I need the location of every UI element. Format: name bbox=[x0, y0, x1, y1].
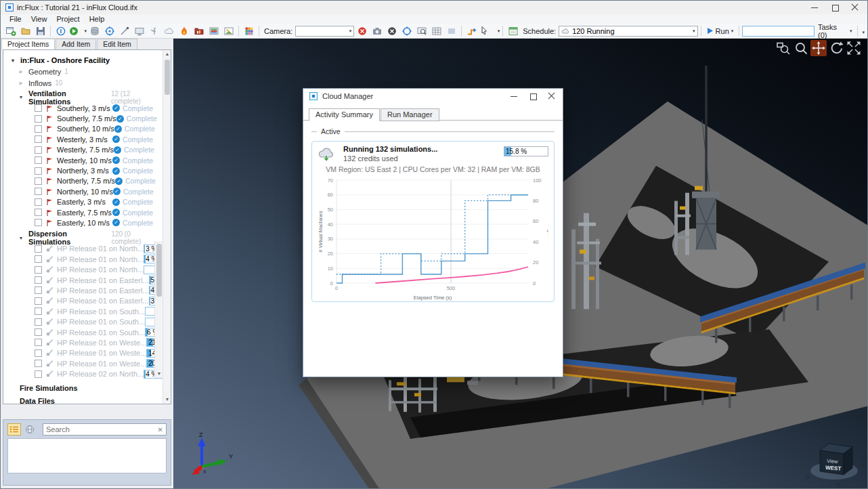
item-checkbox[interactable] bbox=[35, 115, 42, 123]
menu-project[interactable]: Project bbox=[51, 14, 84, 24]
scroll-up-icon[interactable]: ▲ bbox=[163, 50, 171, 58]
item-checkbox[interactable] bbox=[35, 370, 42, 378]
viewport-3d[interactable]: Z Y X View WEST S E N Cloud Manage bbox=[173, 39, 867, 488]
item-checkbox[interactable] bbox=[35, 188, 42, 195]
select-cursor-icon[interactable]: ▾ bbox=[479, 24, 500, 38]
turbine-icon[interactable] bbox=[147, 24, 161, 38]
scroll-down-icon[interactable]: ▼ bbox=[163, 396, 171, 404]
item-checkbox[interactable] bbox=[35, 297, 42, 305]
toolbar-overflow-icon[interactable]: ▾ bbox=[862, 30, 865, 35]
item-checkbox[interactable] bbox=[35, 328, 42, 336]
view-cube[interactable]: View WEST S E N bbox=[802, 426, 867, 488]
maximize-icon[interactable] bbox=[529, 92, 537, 100]
schedule-combobox[interactable]: 120 Running ▾ bbox=[559, 26, 697, 37]
palette-icon[interactable] bbox=[242, 24, 256, 38]
tree-root[interactable]: ▾ in:Flux - Onshore Facility bbox=[3, 55, 171, 66]
tree-item-dispersion[interactable]: HP Release 01 on Easterl...4 % bbox=[3, 285, 171, 295]
tree-item-ventilation[interactable]: Northerly, 10 m/s✓Complete bbox=[3, 186, 171, 196]
tab-activity-summary[interactable]: Activity Summary bbox=[309, 108, 380, 121]
line-tool-icon[interactable] bbox=[117, 24, 131, 38]
tree-item-ventilation[interactable]: Westerly, 3 m/s✓Complete bbox=[3, 134, 171, 144]
item-checkbox[interactable] bbox=[35, 286, 42, 294]
tree-item-dispersion[interactable]: HP Release 01 on North... bbox=[3, 264, 171, 274]
monitor-layers-icon[interactable] bbox=[207, 24, 221, 38]
close-icon[interactable] bbox=[548, 92, 556, 100]
title-bar[interactable]: in:Flux : Tutorial 21 - inFlux Cloud.ifx bbox=[1, 1, 867, 14]
tree-item-dispersion[interactable]: HP Release 01 on Weste...14 % bbox=[3, 348, 171, 358]
database-icon[interactable] bbox=[87, 24, 102, 38]
tree-item-ventilation[interactable]: Easterly, 10 m/s✓Complete bbox=[3, 217, 171, 228]
expander-icon[interactable]: ▾ bbox=[20, 235, 25, 241]
item-checkbox[interactable] bbox=[35, 125, 42, 133]
item-checkbox[interactable] bbox=[35, 360, 42, 367]
tree-item-ventilation[interactable]: Northerly, 3 m/s✓Complete bbox=[3, 165, 171, 175]
tree-item-ventilation[interactable]: Westerly, 7.5 m/s✓Complete bbox=[3, 145, 171, 155]
tree-item-dispersion[interactable]: HP Release 01 on South... bbox=[3, 306, 171, 316]
panel-splitter[interactable] bbox=[1, 404, 173, 419]
fullscreen-icon[interactable] bbox=[846, 40, 862, 56]
zoom-icon[interactable] bbox=[793, 40, 809, 56]
export-run-icon[interactable]: ▾ bbox=[68, 24, 87, 38]
tree-group-inflows[interactable]: ▹ Inflows 10 bbox=[3, 77, 171, 89]
minimize-icon[interactable] bbox=[510, 92, 518, 100]
tree-scrollbar[interactable]: ▲ ▼ bbox=[162, 50, 171, 404]
tab-add-item[interactable]: Add Item bbox=[56, 39, 96, 49]
search-input[interactable] bbox=[46, 425, 158, 433]
tree-item-ventilation[interactable]: Southerly, 7.5 m/s✓Complete bbox=[3, 113, 171, 123]
tree-item-dispersion[interactable]: HP Release 01 on Easterl...3 % bbox=[3, 296, 171, 306]
path-route-icon[interactable] bbox=[464, 24, 479, 38]
close-icon[interactable] bbox=[851, 3, 859, 12]
tree-item-ventilation[interactable]: Northerly, 7.5 m/s✓Complete bbox=[3, 176, 171, 186]
dispersion-scrollbar[interactable]: ▼ bbox=[154, 241, 162, 378]
tab-run-manager[interactable]: Run Manager bbox=[381, 108, 439, 121]
tree-item-dispersion[interactable]: HP Release 02 on North...4 % bbox=[3, 368, 171, 379]
run-button[interactable]: Run▾ bbox=[704, 27, 737, 35]
item-checkbox[interactable] bbox=[35, 167, 42, 175]
item-checkbox[interactable] bbox=[35, 339, 42, 346]
expander-icon[interactable]: ▹ bbox=[20, 80, 25, 86]
tree-item-dispersion[interactable]: HP Release 01 on South... bbox=[3, 316, 171, 326]
tree-item-ventilation[interactable]: Easterly, 7.5 m/s✓Complete bbox=[3, 207, 171, 217]
item-checkbox[interactable] bbox=[35, 135, 42, 143]
tree-item-dispersion[interactable]: HP Release 01 on Easterl...5 % bbox=[3, 275, 171, 285]
tree-item-dispersion[interactable]: HP Release 01 on Weste...21 % bbox=[3, 337, 171, 347]
tab-project-items[interactable]: Project Items bbox=[1, 39, 55, 49]
expander-icon[interactable]: ▾ bbox=[20, 94, 25, 100]
menu-view[interactable]: View bbox=[26, 14, 52, 24]
monitor-icon[interactable] bbox=[132, 24, 146, 38]
item-checkbox[interactable] bbox=[35, 276, 42, 284]
tree-group-dispersion[interactable]: ▾ Dispersion Simulations 120 (0 complete… bbox=[3, 232, 171, 244]
menu-file[interactable]: File bbox=[5, 14, 26, 24]
table-grid-icon[interactable] bbox=[429, 24, 443, 38]
item-checkbox[interactable] bbox=[35, 318, 42, 326]
measure-target-icon[interactable] bbox=[102, 24, 116, 38]
item-checkbox[interactable] bbox=[35, 266, 42, 274]
item-checkbox[interactable] bbox=[35, 349, 42, 357]
search-results-list[interactable] bbox=[7, 438, 167, 473]
results-folder-icon[interactable] bbox=[192, 24, 206, 38]
project-tree[interactable]: ▾ in:Flux - Onshore Facility ▹ Geometry … bbox=[3, 49, 171, 404]
tasks-dropdown[interactable]: Tasks (0)▾ bbox=[815, 23, 855, 39]
tree-group-datafiles[interactable]: Data Files bbox=[3, 396, 171, 404]
list-view-button[interactable] bbox=[7, 423, 21, 435]
maximize-icon[interactable] bbox=[831, 3, 839, 12]
open-project-icon[interactable] bbox=[18, 24, 32, 38]
new-project-icon[interactable] bbox=[3, 24, 18, 38]
scroll-down-icon[interactable]: ▼ bbox=[155, 370, 163, 378]
item-checkbox[interactable] bbox=[35, 209, 42, 216]
globe-button[interactable] bbox=[23, 423, 37, 435]
delete-camera-icon[interactable] bbox=[355, 24, 369, 38]
monitor-search-icon[interactable] bbox=[414, 24, 429, 38]
dialog-title-bar[interactable]: Cloud Manager bbox=[303, 89, 563, 104]
item-checkbox[interactable] bbox=[35, 245, 42, 253]
item-checkbox[interactable] bbox=[35, 255, 42, 263]
tab-edit-item[interactable]: Edit Item bbox=[97, 39, 137, 49]
camera-icon[interactable] bbox=[370, 24, 384, 38]
remove-icon[interactable] bbox=[385, 24, 399, 38]
camera-combobox[interactable]: ▾ bbox=[295, 26, 354, 37]
tree-item-dispersion[interactable]: HP Release 01 on South...6 % bbox=[3, 327, 171, 337]
clear-search-icon[interactable]: ✕ bbox=[158, 426, 163, 433]
item-checkbox[interactable] bbox=[35, 219, 42, 226]
cloud-icon[interactable] bbox=[162, 24, 176, 38]
tree-group-fire[interactable]: Fire Simulations bbox=[3, 383, 171, 394]
